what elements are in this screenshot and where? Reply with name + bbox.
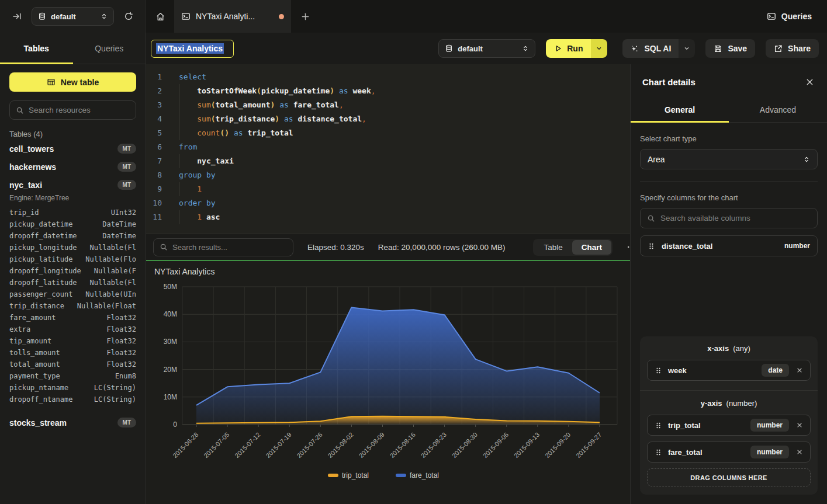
indent-guide — [179, 112, 197, 126]
chart-panel: 2015-06-282015-07-052015-07-122015-07-19… — [146, 261, 630, 504]
x-axis-items: weekdate — [647, 360, 811, 381]
sidebar-tab-queries[interactable]: Queries — [73, 33, 146, 64]
refresh-icon[interactable] — [120, 8, 137, 25]
svg-text:2015-09-27: 2015-09-27 — [575, 431, 603, 459]
available-column-distance_total[interactable]: distance_totalnumber — [640, 235, 818, 256]
axis-column-week[interactable]: weekdate — [647, 360, 811, 381]
columns-search-input[interactable] — [660, 214, 811, 223]
home-tab[interactable] — [146, 0, 174, 33]
sql-ai-button[interactable]: SQL AI — [622, 39, 679, 58]
queries-button-label: Queries — [781, 12, 812, 21]
column-type: Nullable(Fl — [90, 242, 136, 253]
topbar-database-selector[interactable]: default — [32, 7, 114, 26]
column-type: Float32 — [106, 359, 136, 370]
drag-handle-icon[interactable] — [655, 422, 662, 429]
sql-console-app: default NYTaxi Analyti... — [0, 0, 827, 504]
column-name: dropoff_datetime — [9, 230, 77, 242]
new-table-button[interactable]: New table — [9, 72, 136, 92]
main-column: 1234567891011 selecttoStartOfWeek(pickup… — [146, 64, 630, 504]
svg-text:trip_total: trip_total — [342, 471, 369, 479]
toggle-chart[interactable]: Chart — [572, 240, 611, 255]
sql-ai-options-button[interactable] — [679, 39, 695, 58]
save-button[interactable]: Save — [705, 39, 755, 58]
sql-editor[interactable]: 1234567891011 selecttoStartOfWeek(pickup… — [146, 64, 630, 234]
table-row[interactable]: nyc_taxiMT — [0, 176, 146, 194]
play-icon — [554, 44, 562, 53]
axis-config-card: x-axis(any) weekdate y-axis(number) trip… — [640, 336, 818, 495]
query-title-input[interactable]: NYTaxi Analytics — [151, 40, 234, 58]
remove-column-icon[interactable] — [795, 420, 804, 430]
line-number: 8 — [146, 168, 162, 182]
indent-guide — [179, 154, 197, 168]
collapse-sidebar-icon[interactable] — [8, 8, 26, 25]
column-type: Enum8 — [115, 370, 136, 382]
line-number: 1 — [146, 70, 162, 84]
axis-column-fare_total[interactable]: fare_totalnumber — [647, 442, 811, 463]
divider — [640, 181, 818, 182]
toolbar-database-selector[interactable]: default — [438, 39, 535, 58]
column-name: passenger_count — [9, 289, 72, 300]
code-line: order by — [179, 196, 630, 210]
new-tab-button[interactable] — [291, 0, 319, 33]
sql-ai-button-label: SQL AI — [644, 44, 671, 53]
share-button[interactable]: Share — [766, 39, 819, 58]
chart-type-label: Select chart type — [640, 134, 818, 143]
unsaved-indicator-dot — [279, 14, 284, 19]
line-number-gutter: 1234567891011 — [146, 70, 169, 234]
toggle-table[interactable]: Table — [534, 240, 572, 255]
sidebar-tab-tables-label: Tables — [24, 44, 49, 53]
chart-type-select[interactable]: Area — [640, 149, 818, 169]
sidebar-search[interactable] — [9, 100, 136, 120]
results-search[interactable] — [153, 238, 293, 256]
axis-column-trip_total[interactable]: trip_totalnumber — [647, 415, 811, 436]
run-options-button[interactable] — [591, 39, 607, 58]
drop-zone[interactable]: DRAG COLUMNS HERE — [647, 468, 811, 486]
drag-handle-icon[interactable] — [655, 449, 662, 456]
column-type: Nullable(Fl — [90, 277, 136, 289]
share-button-label: Share — [788, 44, 811, 53]
table-row[interactable]: cell_towersMT — [0, 140, 146, 158]
code-line: 1 asc — [179, 210, 630, 224]
svg-text:2015-07-19: 2015-07-19 — [264, 431, 292, 459]
sidebar-search-input[interactable] — [29, 106, 132, 114]
run-button[interactable]: Run — [546, 39, 591, 58]
x-axis-header: x-axis(any) — [647, 344, 811, 353]
results-search-input[interactable] — [172, 243, 287, 252]
line-number: 10 — [146, 196, 162, 210]
column-row: dropoff_longitudeNullable(F — [0, 265, 146, 277]
remove-column-icon[interactable] — [795, 447, 804, 457]
column-row: pickup_longitudeNullable(Fl — [0, 242, 146, 253]
remove-column-icon[interactable] — [795, 366, 804, 375]
engine-badge: MT — [117, 180, 136, 190]
code-line: toStartOfWeek(pickup_datetime) as week, — [179, 84, 630, 98]
terminal-icon — [767, 12, 776, 21]
view-toggle: Table Chart — [533, 239, 613, 256]
tab-general[interactable]: General — [631, 99, 729, 122]
table-name: cell_towers — [9, 144, 54, 154]
drag-handle-icon[interactable] — [655, 367, 662, 374]
table-row[interactable]: stocks_streamMT — [0, 413, 146, 432]
column-type: Nullable(F — [94, 265, 136, 277]
run-button-label: Run — [567, 44, 583, 53]
tab-nytaxi-analytics[interactable]: NYTaxi Analyti... — [174, 0, 291, 33]
sidebar-tab-tables[interactable]: Tables — [0, 33, 73, 64]
column-row: tip_amountFloat32 — [0, 335, 146, 347]
columns-search[interactable] — [640, 208, 818, 228]
queries-button[interactable]: Queries — [767, 12, 812, 21]
code-line: sum(trip_distance) as distance_total, — [179, 112, 630, 126]
sql-code[interactable]: selecttoStartOfWeek(pickup_datetime) as … — [169, 70, 630, 234]
column-name: extra — [9, 324, 30, 335]
indent-guide — [179, 126, 197, 140]
new-table-button-label: New table — [61, 78, 99, 87]
x-axis-hint: (any) — [733, 344, 750, 353]
drag-handle-icon[interactable] — [648, 242, 655, 250]
tab-general-label: General — [665, 105, 695, 114]
svg-text:2015-09-06: 2015-09-06 — [482, 431, 510, 459]
column-type-badge: number — [750, 446, 789, 458]
svg-text:40M: 40M — [164, 310, 177, 318]
table-row[interactable]: hackernewsMT — [0, 158, 146, 176]
tab-advanced[interactable]: Advanced — [729, 99, 827, 122]
column-type: UInt32 — [111, 207, 136, 218]
close-icon[interactable] — [805, 78, 814, 86]
code-line: nyc_taxi — [179, 154, 630, 168]
